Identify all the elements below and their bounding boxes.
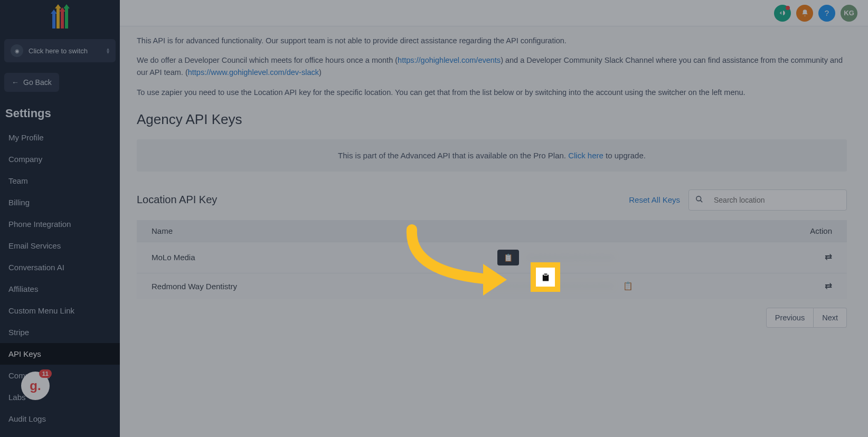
nav-team[interactable]: Team <box>0 170 120 192</box>
switcher-icon: ◉ <box>11 44 23 57</box>
refresh-key-icon[interactable]: ⇄ <box>825 281 832 292</box>
nav-api-keys[interactable]: API Keys <box>0 343 120 365</box>
agency-api-title: Agency API Keys <box>137 111 847 128</box>
settings-title: Settings <box>0 96 120 127</box>
reset-all-keys-link[interactable]: Reset All Keys <box>629 195 680 204</box>
nav-company[interactable]: Company <box>0 148 120 170</box>
page-content: This API is for advanced functionality. … <box>120 26 868 437</box>
table-row: MoLo Media 📋 ·················· ⇄ <box>137 242 847 273</box>
account-switcher[interactable]: ◉ Click here to switch ▴▾ <box>4 39 116 62</box>
events-link[interactable]: https://gohighlevel.com/events <box>398 56 501 64</box>
help-icon[interactable]: ? <box>818 5 835 22</box>
logo-arrows-icon <box>52 8 68 28</box>
refresh-key-icon[interactable]: ⇄ <box>825 252 832 263</box>
topbar: ? KG <box>120 0 868 26</box>
sidebar: ◉ Click here to switch ▴▾ ← Go Back Sett… <box>0 0 120 437</box>
settings-nav: My Profile Company Team Billing Phone In… <box>0 127 120 430</box>
nav-custom-menu-link[interactable]: Custom Menu Link <box>0 300 120 321</box>
api-key-blurred: ·················· <box>526 253 616 262</box>
pagination: Previous Next <box>137 308 847 328</box>
location-api-header: Location API Key Reset All Keys <box>137 189 847 211</box>
prev-button[interactable]: Previous <box>766 308 814 328</box>
intro-paragraph-2: We do offer a Developer Council which me… <box>137 54 847 79</box>
search-location-box <box>688 189 847 211</box>
nav-phone-integration[interactable]: Phone Integration <box>0 213 120 235</box>
location-api-title: Location API Key <box>137 194 217 206</box>
chevron-updown-icon: ▴▾ <box>107 48 109 54</box>
upgrade-callout: This is part of the Advanced API that is… <box>137 139 847 172</box>
col-key <box>371 220 742 242</box>
clipboard-icon[interactable]: 📋 <box>623 281 633 290</box>
go-back-button[interactable]: ← Go Back <box>4 73 59 92</box>
nav-conversation-ai[interactable]: Conversation AI <box>0 256 120 278</box>
app-logo <box>0 0 120 37</box>
intro-paragraph-1: This API is for advanced functionality. … <box>137 35 847 47</box>
main-content: ? KG This API is for advanced functional… <box>120 0 868 437</box>
nav-audit-logs[interactable]: Audit Logs <box>0 408 120 430</box>
dev-slack-link[interactable]: https://www.gohighlevel.com/dev-slack <box>188 68 319 77</box>
search-icon <box>689 190 710 210</box>
nav-affiliates[interactable]: Affiliates <box>0 278 120 300</box>
user-avatar[interactable]: KG <box>841 5 857 22</box>
col-action: Action <box>742 220 847 242</box>
location-keys-table: Name Action MoLo Media 📋 ···············… <box>137 220 847 299</box>
nav-labs[interactable]: Labs <box>0 386 120 408</box>
api-key-blurred: ··························· <box>480 282 615 290</box>
notifications-icon[interactable] <box>796 5 813 22</box>
arrow-left-icon: ← <box>12 78 19 87</box>
svg-line-1 <box>700 200 702 202</box>
nav-compliance[interactable]: Compliance <box>0 365 120 386</box>
nav-stripe[interactable]: Stripe <box>0 321 120 343</box>
table-row: Redmond Way Dentistry ··················… <box>137 273 847 299</box>
switcher-label: Click here to switch <box>29 47 101 55</box>
row-name: MoLo Media <box>137 242 371 273</box>
svg-point-0 <box>696 196 701 201</box>
nav-billing[interactable]: Billing <box>0 192 120 213</box>
col-name: Name <box>137 220 371 242</box>
announcements-icon[interactable] <box>774 5 791 22</box>
intro-paragraph-3: To use zapier you need to use the Locati… <box>137 87 847 99</box>
copy-key-button[interactable]: 📋 <box>497 250 519 265</box>
notification-avatar[interactable]: g. <box>21 372 50 400</box>
search-location-input[interactable] <box>710 191 846 210</box>
next-button[interactable]: Next <box>814 308 847 328</box>
row-name: Redmond Way Dentistry <box>137 273 371 299</box>
go-back-label: Go Back <box>23 78 52 87</box>
nav-my-profile[interactable]: My Profile <box>0 127 120 148</box>
upgrade-link[interactable]: Click here <box>568 151 603 160</box>
nav-email-services[interactable]: Email Services <box>0 235 120 256</box>
